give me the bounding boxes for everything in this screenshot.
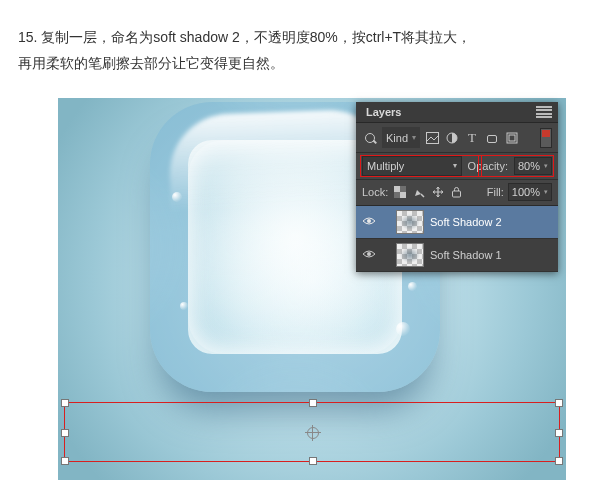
lock-all-icon[interactable]	[449, 185, 464, 200]
lock-paint-icon[interactable]	[411, 185, 426, 200]
layer-thumbnail	[396, 243, 424, 267]
transform-center-icon[interactable]	[307, 427, 319, 439]
tutorial-step: 15. 复制一层，命名为soft shadow 2，不透明度80%，按ctrl+…	[18, 24, 582, 76]
lock-label: Lock:	[362, 186, 388, 198]
handle-middle-right[interactable]	[555, 429, 563, 437]
panel-menu-icon[interactable]	[536, 106, 552, 118]
layer-row[interactable]: Soft Shadow 1	[356, 239, 558, 272]
bubble-icon	[172, 192, 182, 202]
chevron-down-icon: ▾	[453, 162, 457, 170]
svg-rect-8	[394, 192, 400, 198]
transform-bounding-box[interactable]	[64, 402, 560, 462]
layer-filter-row: Kind ▾ T	[356, 123, 558, 153]
opacity-label: Opacity:	[468, 160, 508, 172]
svg-rect-7	[400, 186, 406, 192]
handle-bottom-middle[interactable]	[309, 457, 317, 465]
panel-title: Layers	[366, 106, 401, 118]
handle-top-left[interactable]	[61, 399, 69, 407]
lock-position-icon[interactable]	[430, 185, 445, 200]
svg-point-11	[367, 219, 371, 223]
chevron-down-icon: ▾	[544, 162, 548, 170]
svg-rect-5	[394, 186, 400, 192]
filter-kind-label: Kind	[386, 132, 408, 144]
lock-transparency-icon[interactable]	[392, 185, 407, 200]
opacity-field[interactable]: 80% ▾	[514, 157, 552, 175]
chevron-down-icon: ▾	[544, 188, 548, 196]
visibility-icon[interactable]	[362, 249, 376, 261]
filter-image-icon[interactable]	[424, 130, 440, 146]
handle-bottom-left[interactable]	[61, 457, 69, 465]
step-line-1: 15. 复制一层，命名为soft shadow 2，不透明度80%，按ctrl+…	[18, 24, 582, 50]
blend-mode-value: Multiply	[367, 160, 404, 172]
layers-list: Soft Shadow 2 Soft Shadow 1	[356, 206, 558, 272]
svg-point-12	[367, 252, 371, 256]
handle-bottom-right[interactable]	[555, 457, 563, 465]
filter-type-icon[interactable]: T	[464, 130, 480, 146]
fill-value: 100%	[512, 186, 540, 198]
lock-fill-row: Lock: Fill:	[356, 180, 558, 206]
bubble-icon	[180, 302, 188, 310]
opacity-value: 80%	[518, 160, 540, 172]
layer-name: Soft Shadow 2	[430, 216, 502, 228]
handle-top-right[interactable]	[555, 399, 563, 407]
blend-opacity-row: Multiply ▾ Opacity: 80% ▾	[356, 153, 558, 180]
visibility-icon[interactable]	[362, 216, 376, 228]
layers-panel: Layers Kind ▾ T	[356, 102, 558, 272]
filter-smart-icon[interactable]	[504, 130, 520, 146]
panel-header[interactable]: Layers	[356, 102, 558, 123]
handle-top-middle[interactable]	[309, 399, 317, 407]
chevron-down-icon: ▾	[412, 134, 416, 142]
svg-rect-2	[488, 135, 497, 142]
blend-mode-select[interactable]: Multiply ▾	[362, 156, 462, 176]
filter-shape-icon[interactable]	[484, 130, 500, 146]
svg-line-9	[421, 194, 424, 197]
filter-toggle[interactable]	[540, 128, 552, 148]
fill-field[interactable]: 100% ▾	[508, 183, 552, 201]
bubble-icon	[408, 282, 417, 291]
fill-label: Fill:	[487, 186, 504, 198]
handle-middle-left[interactable]	[61, 429, 69, 437]
svg-rect-4	[509, 135, 515, 141]
filter-adjustment-icon[interactable]	[444, 130, 460, 146]
layer-thumbnail	[396, 210, 424, 234]
step-line-2: 再用柔软的笔刷擦去部分让它变得更自然。	[18, 50, 582, 76]
layer-name: Soft Shadow 1	[430, 249, 502, 261]
svg-rect-6	[400, 192, 406, 198]
search-icon[interactable]	[362, 130, 378, 146]
layer-row[interactable]: Soft Shadow 2	[356, 206, 558, 239]
screenshot-figure: Layers Kind ▾ T	[58, 98, 566, 480]
bubble-icon	[396, 322, 410, 336]
filter-kind-select[interactable]: Kind ▾	[382, 127, 420, 148]
svg-rect-10	[453, 191, 461, 197]
